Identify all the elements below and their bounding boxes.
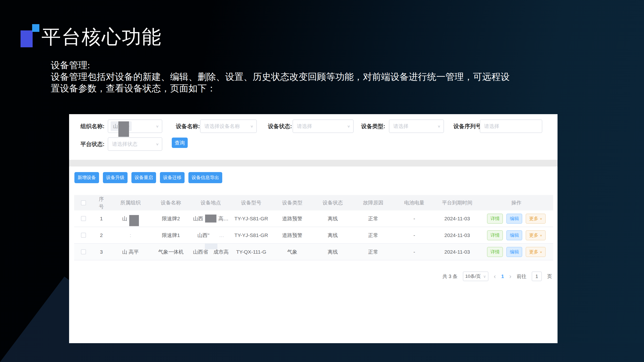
goto-label: 前往 — [517, 273, 526, 280]
next-page-arrow[interactable]: › — [509, 273, 512, 280]
cell-name: 限速牌2 — [151, 215, 191, 222]
pagination-bar: 共 3 条 10条/页 ∨ ‹ 1 › 前往 页 — [442, 272, 552, 281]
cell-model: TY-QX-111-G — [231, 249, 272, 255]
header-location: 设备地点 — [191, 199, 231, 206]
platform-status-select[interactable]: 请选择状态 ∨ — [108, 137, 162, 151]
device-name-select[interactable]: 请选择设备名称 ∨ — [200, 119, 257, 133]
device-serial-placeholder: 请选择 — [484, 123, 499, 130]
cell-status: 离线 — [313, 249, 353, 255]
page-suffix: 页 — [547, 273, 552, 280]
cell-expire: 2024-11-03 — [435, 216, 480, 222]
cell-org: 山 高平 — [110, 249, 151, 255]
header-battery: 电池电量 — [394, 199, 435, 206]
cell-location: 山西省 成市高 — [191, 249, 231, 255]
upgrade-device-button[interactable]: 设备升级 — [103, 172, 128, 183]
cell-expire: 2024-11-03 — [435, 249, 480, 255]
cell-battery: - — [394, 216, 435, 222]
device-table: 序号 所属组织 设备名称 设备地点 设备型号 设备类型 设备状态 故障原因 电池… — [74, 195, 553, 260]
row-checkbox[interactable] — [81, 233, 86, 238]
chevron-down-icon: ∨ — [250, 124, 254, 128]
cell-name: 限速牌1 — [151, 232, 191, 239]
cell-fault: 正常 — [353, 232, 394, 239]
redaction-block-light — [205, 243, 218, 249]
detail-button[interactable]: 详情 — [487, 214, 503, 224]
platform-status-placeholder: 请选择状态 — [112, 141, 138, 147]
header-status: 设备状态 — [313, 199, 353, 206]
device-name-placeholder: 请选择设备名称 — [204, 123, 240, 130]
table-header-row: 序号 所属组织 设备名称 设备地点 设备型号 设备类型 设备状态 故障原因 电池… — [74, 195, 553, 210]
device-status-select[interactable]: 请选择 ∨ — [292, 119, 354, 133]
page-size-select[interactable]: 10条/页 ∨ — [463, 272, 488, 281]
cell-model: TY-YJ-S81-GR — [231, 232, 272, 238]
device-status-placeholder: 请选择 — [297, 123, 312, 130]
org-name-label: 组织名称: — [80, 123, 104, 130]
org-name-select[interactable]: 山西 ✕ ∨ — [108, 119, 162, 133]
detail-button[interactable]: 详情 — [487, 230, 503, 240]
cell-location: 山西 高… — [191, 215, 231, 223]
section-divider-band — [69, 160, 558, 167]
cell-battery: - — [394, 232, 435, 238]
header-org: 所属组织 — [110, 199, 151, 206]
cell-org: 山 — [110, 213, 151, 224]
platform-status-label: 平台状态: — [80, 140, 104, 148]
header-actions: 操作 — [480, 199, 553, 206]
chevron-down-icon: ∨ — [438, 124, 440, 128]
body-line-3: 置设备参数，查看设备状态，页面如下： — [51, 82, 599, 94]
reboot-device-button[interactable]: 设备重启 — [132, 172, 156, 183]
header-fault: 故障原因 — [353, 199, 394, 206]
redaction-block — [129, 215, 139, 226]
cell-index: 1 — [93, 216, 110, 222]
total-count: 共 3 条 — [442, 273, 458, 280]
slide-body-text: 设备管理: 设备管理包括对设备的新建、编辑、删除、设置、历史状态改变回顾等功能，… — [51, 59, 599, 94]
header-model: 设备型号 — [231, 199, 272, 206]
body-line-2: 设备管理包括对设备的新建、编辑、删除、设置、历史状态改变回顾等功能，对前端设备进… — [51, 71, 599, 82]
device-serial-input[interactable]: 请选择 — [480, 119, 542, 133]
header-index: 序号 — [98, 195, 104, 210]
more-button[interactable]: 更多 ∨ — [526, 247, 546, 257]
search-button[interactable]: 查询 — [172, 138, 188, 148]
prev-page-arrow[interactable]: ‹ — [494, 273, 496, 280]
more-button[interactable]: 更多 ∨ — [526, 230, 546, 240]
row-checkbox[interactable] — [81, 216, 86, 221]
title-decor-square-small — [32, 24, 39, 32]
device-type-label: 设备类型: — [361, 123, 385, 130]
cell-name: 气象一体机 — [151, 249, 191, 255]
cell-index: 2 — [93, 232, 110, 238]
detail-button[interactable]: 详情 — [487, 247, 503, 257]
row-checkbox[interactable] — [81, 249, 86, 254]
device-type-placeholder: 请选择 — [393, 123, 408, 130]
cell-type: 气象 — [272, 249, 313, 255]
cell-type: 道路预警 — [272, 215, 313, 222]
table-row: 3 山 高平 气象一体机 山西省 成市高 TY-QX-111-G 气象 离线 正… — [74, 244, 553, 260]
header-name: 设备名称 — [151, 199, 191, 206]
cell-actions: 详情 编辑 更多 ∨ — [480, 247, 553, 257]
body-line-1: 设备管理: — [51, 59, 599, 71]
edit-button[interactable]: 编辑 — [506, 247, 522, 257]
edit-button[interactable]: 编辑 — [506, 230, 522, 240]
redaction-block — [118, 121, 129, 137]
cell-actions: 详情 编辑 更多 ∨ — [480, 214, 553, 224]
migrate-device-button[interactable]: 设备迁移 — [160, 172, 184, 183]
cell-org: : — [110, 232, 151, 238]
chevron-down-icon: ∨ — [347, 124, 350, 128]
page-number[interactable]: 1 — [501, 273, 504, 279]
cell-model: TY-YJ-S81-GR — [231, 216, 272, 222]
header-type: 设备类型 — [272, 199, 313, 206]
chevron-down-icon: ∨ — [156, 142, 159, 146]
cell-location: 山西'' … — [191, 232, 231, 239]
cell-actions: 详情 编辑 更多 ∨ — [480, 230, 553, 240]
export-device-info-button[interactable]: 设备信息导出 — [188, 172, 222, 183]
chevron-down-icon: ∨ — [483, 274, 486, 279]
page-title: 平台核心功能 — [42, 24, 162, 50]
more-button[interactable]: 更多 ∨ — [526, 214, 546, 224]
title-decor-square-large — [20, 30, 32, 47]
select-all-checkbox[interactable] — [81, 200, 86, 205]
cell-expire: 2024-11-03 — [435, 232, 480, 238]
device-type-select[interactable]: 请选择 ∨ — [389, 119, 444, 133]
device-name-label: 设备名称: — [176, 123, 200, 130]
add-device-button[interactable]: 新增设备 — [74, 172, 99, 183]
edit-button[interactable]: 编辑 — [506, 214, 522, 224]
chevron-down-icon: ∨ — [540, 251, 542, 253]
goto-page-input[interactable] — [532, 272, 542, 281]
header-expire: 平台到期时间 — [435, 199, 480, 206]
